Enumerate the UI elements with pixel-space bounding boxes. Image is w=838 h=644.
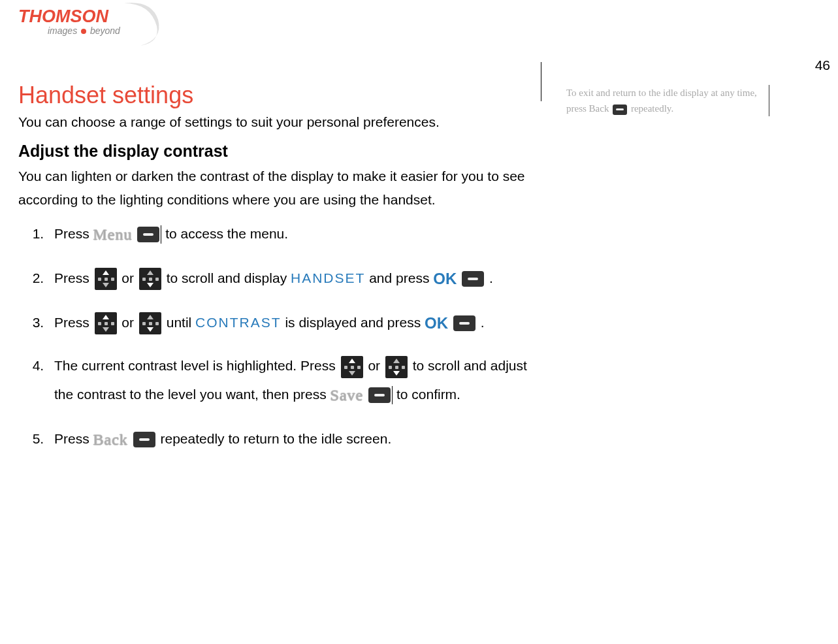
logo-swoosh-icon xyxy=(111,0,167,49)
display-handset-label: HANDSET xyxy=(291,270,365,285)
softkey-icon xyxy=(137,227,159,242)
nav-down-icon xyxy=(139,312,161,334)
section-intro: You can lighten or darken the contrast o… xyxy=(18,165,541,211)
sidebar: To exit and return to the idle display a… xyxy=(541,62,769,101)
back-softkey-label: Back xyxy=(93,431,128,448)
nav-up-icon xyxy=(95,268,117,290)
softkey-icon xyxy=(368,387,391,403)
nav-up-icon xyxy=(341,356,363,378)
step-3: Press or until CONTRAST is displayed and… xyxy=(48,308,541,339)
logo-dot-icon xyxy=(81,29,86,34)
nav-up-icon xyxy=(95,312,117,334)
nav-down-icon xyxy=(139,268,161,290)
ok-label: OK xyxy=(425,314,448,332)
logo-area: THOMSON images beyond xyxy=(0,0,838,62)
page-title: Handset settings xyxy=(18,82,541,109)
softkey-icon xyxy=(613,105,627,115)
softkey-icon xyxy=(453,315,475,331)
text-cursor-icon xyxy=(161,225,161,244)
main-content: Handset settings You can choose a range … xyxy=(18,62,541,468)
menu-softkey-label: Menu xyxy=(93,226,133,243)
sidebar-tip: To exit and return to the idle display a… xyxy=(566,85,762,116)
softkey-icon xyxy=(462,271,484,287)
text-cursor-icon xyxy=(392,386,393,404)
step-2: Press or to scroll and display HANDSET a… xyxy=(48,263,541,295)
tagline-left: images xyxy=(48,25,77,36)
step-5: Press Back repeatedly to return to the i… xyxy=(48,424,541,455)
steps-list: Press Menu to access the menu. Press or … xyxy=(48,219,541,455)
softkey-icon xyxy=(133,432,155,447)
page-number: 46 xyxy=(815,57,830,73)
step-4: The current contrast level is highlighte… xyxy=(48,352,541,411)
section-heading: Adjust the display contrast xyxy=(18,142,541,161)
display-contrast-label: CONTRAST xyxy=(195,315,282,330)
step-1: Press Menu to access the menu. xyxy=(48,219,541,250)
intro-text: You can choose a range of settings to su… xyxy=(18,114,541,130)
save-softkey-label: Save xyxy=(330,387,364,404)
nav-down-icon xyxy=(385,356,408,378)
ok-label: OK xyxy=(433,270,457,287)
